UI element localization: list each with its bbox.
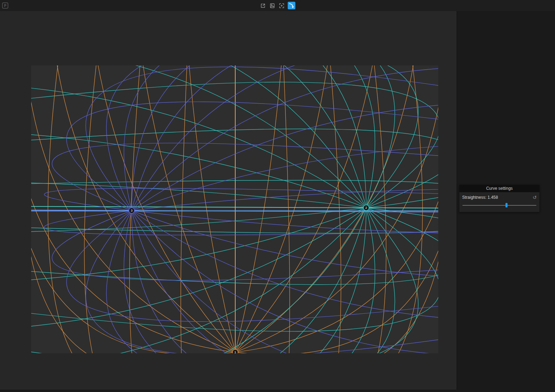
bottom-strip (0, 390, 555, 392)
curve-settings-body: Straightness: 1.458 ↺ (459, 192, 539, 212)
perspective-grid-svg[interactable]: 123 (31, 65, 438, 353)
app-window: P (0, 0, 555, 392)
grid-canvas[interactable]: 123 (31, 65, 438, 353)
curve-settings-title: Curve settings (459, 185, 539, 192)
straightness-slider[interactable] (462, 203, 537, 208)
topbar: P (0, 0, 555, 11)
straightness-slider-handle[interactable] (505, 203, 508, 207)
main-area: 123 (0, 11, 457, 390)
straightness-slider-track[interactable] (462, 205, 536, 206)
curve-tool-icon[interactable] (288, 2, 296, 9)
curve-settings-panel: Curve settings Straightness: 1.458 ↺ (459, 185, 540, 212)
topbar-icon-group (260, 0, 296, 11)
vanishing-point-label: 3 (131, 209, 132, 212)
reset-icon[interactable]: ↺ (532, 195, 537, 200)
straightness-label: Straightness: 1.458 (462, 195, 498, 200)
image-preview-icon[interactable] (269, 2, 275, 9)
vanishing-point-label: 1 (234, 350, 236, 353)
app-logo[interactable]: P (2, 2, 8, 9)
open-external-icon[interactable] (260, 2, 266, 9)
vanishing-point-label: 2 (365, 206, 367, 210)
fit-expand-icon[interactable] (279, 2, 285, 9)
